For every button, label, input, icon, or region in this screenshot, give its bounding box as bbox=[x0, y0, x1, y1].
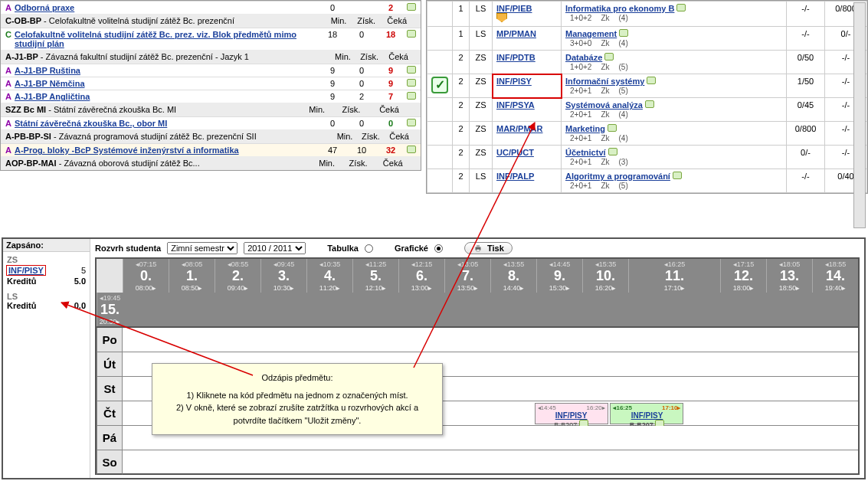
subject-code-link[interactable]: UC/PUCT bbox=[496, 148, 534, 157]
time-slot: ◂17:15 12. 18:00▸ bbox=[720, 259, 766, 293]
tabulka-radio[interactable] bbox=[365, 244, 373, 253]
time-slot: ◂09:45 3. 10:30▸ bbox=[260, 259, 306, 293]
day-slots-So bbox=[123, 450, 858, 475]
graficke-radio[interactable] bbox=[434, 244, 443, 253]
zs-label: ZS bbox=[7, 255, 86, 264]
schedule-title: Rozvrh studenta bbox=[95, 244, 161, 253]
block-row-link[interactable]: Odborná praxe bbox=[15, 3, 74, 12]
block-row-link[interactable]: A-J1-BP Angličtina bbox=[15, 92, 90, 101]
chat-icon[interactable] bbox=[608, 124, 617, 132]
block-row-link[interactable]: A-J1-BP Němčina bbox=[15, 79, 85, 88]
subject-name-link[interactable]: Marketing bbox=[565, 124, 605, 133]
subject-name-link[interactable]: Účetnictví bbox=[565, 148, 606, 157]
day-label: Pá bbox=[97, 426, 123, 450]
subject-code-link[interactable]: INF/PALP bbox=[496, 172, 534, 181]
time-slot: ◂13:05 7. 13:50▸ bbox=[444, 259, 490, 293]
chat-icon[interactable] bbox=[407, 79, 416, 87]
subject-row: 2 ZS INF/PDTB Databáze 1+0+2Zk(5) 0/50 -… bbox=[427, 51, 867, 74]
day-row: Po bbox=[95, 328, 860, 352]
chat-icon[interactable] bbox=[407, 119, 416, 126]
semester-select[interactable]: Zimní semestr bbox=[167, 242, 237, 254]
chat-icon[interactable] bbox=[407, 3, 416, 11]
block-row-link[interactable]: A-Prog. bloky -BcP Systémové inženýrství… bbox=[15, 146, 239, 155]
printer-icon bbox=[473, 244, 483, 253]
schedule-event[interactable]: ◂14:4516:20▸ INF/PISY B-B207 bbox=[535, 403, 608, 424]
svg-rect-2 bbox=[477, 250, 480, 252]
chat-icon[interactable] bbox=[608, 148, 617, 155]
check-icon[interactable] bbox=[431, 77, 448, 93]
note-title: Odzápis předmětu: bbox=[163, 371, 431, 384]
chat-icon[interactable] bbox=[407, 30, 416, 38]
subject-row: 1 LS MP/PMAN Management 3+0+0Zk(4) -/- 0… bbox=[427, 27, 867, 51]
chat-icon[interactable] bbox=[645, 100, 654, 108]
subject-name-link[interactable]: Databáze bbox=[565, 53, 602, 62]
note-line1: 1) Kliknete na kód předmětu na jednom z … bbox=[163, 389, 431, 402]
ls-kred-val: 0.0 bbox=[74, 301, 86, 310]
subject-name-link[interactable]: Algoritmy a programování bbox=[565, 172, 670, 181]
subject-code-link[interactable]: INF/PDTB bbox=[496, 53, 536, 62]
subjects-panel: 1 LS INF/PIEB Informatika pro ekonomy B … bbox=[426, 0, 868, 194]
subject-row: 2 LS INF/PALP Algoritmy a programování 2… bbox=[427, 169, 867, 193]
subject-code-link[interactable]: MP/PMAN bbox=[496, 29, 536, 38]
enrolled-title: Zapsáno: bbox=[3, 239, 90, 252]
block-row: A A-Prog. bloky -BcP Systémové inženýrst… bbox=[1, 143, 421, 156]
subject-code-link[interactable]: INF/PIEB bbox=[496, 4, 532, 13]
graficke-label: Grafické bbox=[395, 244, 428, 253]
schedule-right: Rozvrh studenta Zimní semestr 2010 / 201… bbox=[90, 239, 864, 478]
chat-icon[interactable] bbox=[673, 172, 682, 179]
subject-name-link[interactable]: Informační systémy bbox=[565, 77, 644, 86]
chat-icon[interactable] bbox=[676, 4, 686, 11]
time-slot: ◂13:55 8. 14:40▸ bbox=[490, 259, 536, 293]
subject-name-link[interactable]: Management bbox=[565, 29, 617, 38]
block-row: A A-J1-BP Ruština 90 9 bbox=[1, 64, 421, 77]
time-slot: ◂07:15 0. 08:00▸ bbox=[123, 259, 169, 293]
svg-rect-1 bbox=[477, 245, 480, 247]
chat-icon[interactable] bbox=[647, 77, 656, 84]
subject-code-link[interactable]: INF/PISY bbox=[496, 77, 532, 86]
enrolled-sidebar: Zapsáno: ZS INF/PISY 5 Kreditů 5.0 LS Kr… bbox=[3, 239, 90, 478]
day-label: So bbox=[97, 450, 123, 475]
day-slots-Po bbox=[123, 328, 858, 352]
chat-icon[interactable] bbox=[407, 66, 416, 74]
schedule-toolbar: Rozvrh studenta Zimní semestr 2010 / 201… bbox=[95, 242, 860, 254]
time-slot: ◂12:15 6. 13:00▸ bbox=[398, 259, 444, 293]
print-button[interactable]: Tisk bbox=[464, 242, 513, 254]
subject-row: 2 ZS MAR/PMAR Marketing 2+0+1Zk(4) 0/800… bbox=[427, 122, 867, 146]
ls-label: LS bbox=[7, 292, 86, 301]
day-label: Čt bbox=[97, 401, 123, 426]
subject-code-link[interactable]: INF/PSYA bbox=[496, 100, 535, 110]
time-slot: ◂16:25 11. 17:10▸ bbox=[628, 259, 720, 293]
day-row: So bbox=[95, 450, 860, 475]
schedule-panel: Zapsáno: ZS INF/PISY 5 Kreditů 5.0 LS Kr… bbox=[2, 237, 866, 479]
time-slot: ◂08:55 2. 09:40▸ bbox=[215, 259, 260, 293]
block-row-link[interactable]: A-J1-BP Ruština bbox=[15, 66, 80, 75]
block-row: C Celofakultně volitelná studijní zátěž … bbox=[1, 28, 421, 50]
zs-kred-val: 5.0 bbox=[74, 276, 86, 286]
flag-icon bbox=[496, 13, 507, 22]
subject-code-link[interactable]: MAR/PMAR bbox=[496, 124, 543, 133]
chat-icon[interactable] bbox=[407, 146, 416, 153]
block-row-link[interactable]: Celofakultně volitelná studijní zátěž Bc… bbox=[15, 30, 296, 48]
subject-row: 1 LS INF/PIEB Informatika pro ekonomy B … bbox=[427, 2, 867, 27]
zs-subject-count: 5 bbox=[81, 266, 86, 275]
day-label: Po bbox=[97, 328, 123, 352]
chat-icon[interactable] bbox=[604, 53, 614, 61]
year-select[interactable]: 2010 / 2011 bbox=[244, 242, 306, 254]
subject-row: 2 ZS INF/PISY Informační systémy 2+0+1Zk… bbox=[427, 74, 867, 98]
block-row-link[interactable]: Státní závěrečná zkouška Bc., obor MI bbox=[15, 119, 167, 128]
block-row: A A-J1-BP Angličtina 92 7 bbox=[1, 90, 421, 103]
subject-name-link[interactable]: Systémová analýza bbox=[565, 100, 643, 110]
ls-kred-label: Kreditů bbox=[7, 301, 37, 310]
time-header: ◂07:15 0. 08:00▸ ◂08:05 1. 08:50▸ ◂08:55… bbox=[95, 257, 860, 328]
zs-subject-link[interactable]: INF/PISY bbox=[7, 266, 45, 275]
schedule-event[interactable]: ◂16:2517:10▸ INF/PISY B-B207 bbox=[610, 403, 683, 424]
top-area: A Odborná praxe 0 2 C-OB-BP - Celofakult… bbox=[0, 0, 868, 230]
chat-icon[interactable] bbox=[619, 29, 628, 37]
scrollbar[interactable] bbox=[853, 2, 866, 228]
time-slot: ◂14:45 9. 15:30▸ bbox=[536, 259, 582, 293]
instruction-note: Odzápis předmětu: 1) Kliknete na kód pře… bbox=[152, 363, 443, 435]
time-slot: ◂18:55 14. 19:40▸ bbox=[812, 259, 858, 293]
zs-kred-label: Kreditů bbox=[7, 276, 37, 286]
subject-name-link[interactable]: Informatika pro ekonomy B bbox=[565, 4, 674, 13]
chat-icon[interactable] bbox=[407, 92, 416, 100]
